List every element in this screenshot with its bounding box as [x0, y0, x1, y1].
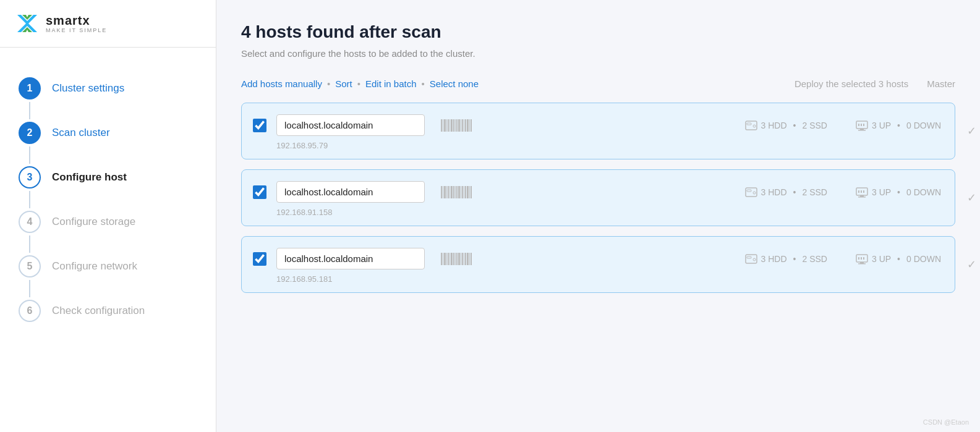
step-item-1[interactable]: 1Cluster settings [0, 66, 216, 111]
hdd-icon [745, 187, 757, 198]
host-card-row-1: 3 HDD • 2 SSD 3 UP • 0 DOWN [253, 114, 941, 136]
host-name-input-2[interactable] [276, 181, 425, 203]
right-check-1: ✓ [967, 124, 976, 138]
svg-rect-23 [747, 256, 751, 258]
step-label-1: Cluster settings [52, 82, 124, 95]
host-ssd-1: 2 SSD [803, 121, 827, 130]
host-up-3: 3 UP [872, 254, 891, 264]
svg-rect-26 [860, 262, 864, 263]
host-hdd-2: 3 HDD [761, 187, 787, 197]
step-circle-1: 1 [19, 77, 41, 100]
host-storage-3: 3 HDD • 2 SSD [745, 253, 827, 265]
svg-rect-21 [863, 190, 864, 193]
svg-rect-8 [860, 129, 864, 130]
host-hdd-3: 3 HDD [761, 254, 787, 264]
svg-rect-19 [858, 190, 859, 193]
step-label-5: Configure network [52, 260, 137, 273]
step-circle-3: 3 [19, 166, 41, 188]
sort-button[interactable]: Sort [335, 76, 352, 91]
step-label-6: Check configuration [52, 305, 145, 317]
edit-in-batch-button[interactable]: Edit in batch [365, 76, 417, 91]
host-hdd-1: 3 HDD [761, 121, 787, 130]
step-item-5[interactable]: 5Configure network [0, 244, 216, 289]
svg-rect-10 [858, 124, 859, 126]
host-up-2: 3 UP [872, 187, 891, 197]
svg-point-6 [753, 125, 756, 127]
step-item-4[interactable]: 4Configure storage [0, 200, 216, 244]
logo-text: smartx MAKE IT SIMPLE [46, 14, 107, 33]
host-ip-3: 192.168.95.181 [276, 274, 941, 284]
logo-name: smartx [46, 14, 107, 27]
svg-point-24 [753, 258, 756, 261]
svg-rect-20 [861, 190, 862, 193]
svg-point-15 [753, 192, 756, 194]
barcode-icon-2 [441, 186, 472, 198]
barcode-icon-3 [441, 253, 472, 265]
host-network-1: 3 UP • 0 DOWN [856, 120, 941, 131]
toolbar-dot-3: • [422, 78, 425, 89]
page-title: 4 hosts found after scan [241, 22, 955, 42]
host-card-row-3: 3 HDD • 2 SSD 3 UP • 0 DOWN [253, 248, 941, 269]
host-checkbox-2[interactable] [253, 185, 266, 199]
add-hosts-manually-button[interactable]: Add hosts manually [241, 76, 322, 91]
toolbar-right: Deploy the selected 3 hosts Master [795, 78, 955, 89]
main-content: 4 hosts found after scan Select and conf… [216, 0, 980, 432]
host-checkbox-1[interactable] [253, 119, 266, 132]
step-label-2: Scan cluster [52, 127, 110, 139]
step-item-2[interactable]: 2Scan cluster [0, 111, 216, 155]
host-down-2: 0 DOWN [906, 187, 941, 197]
step-item-6[interactable]: 6Check configuration [0, 289, 216, 333]
steps-list: 1Cluster settings2Scan cluster3Configure… [0, 48, 216, 432]
host-name-input-1[interactable] [276, 114, 425, 136]
host-ip-1: 192.168.95.79 [276, 141, 941, 150]
barcode-icon-1 [441, 119, 472, 132]
toolbar-dot-1: • [327, 78, 330, 89]
toolbar-dot-2: • [357, 78, 360, 89]
svg-rect-30 [863, 257, 864, 260]
logo-icon [15, 11, 40, 36]
svg-rect-17 [860, 195, 864, 197]
svg-rect-11 [861, 124, 862, 126]
svg-rect-12 [863, 124, 864, 126]
host-up-1: 3 UP [872, 121, 891, 130]
host-card-row-2: 3 HDD • 2 SSD 3 UP • 0 DOWN [253, 181, 941, 203]
deploy-label: Deploy the selected 3 hosts [795, 78, 908, 89]
network-icon [856, 120, 868, 131]
hdd-icon [745, 253, 757, 265]
host-card-2: 3 HDD • 2 SSD 3 UP • 0 DOWN 192.168.91.1… [241, 169, 955, 226]
host-ip-2: 192.168.91.158 [276, 208, 941, 217]
master-label: Master [927, 78, 955, 89]
svg-rect-28 [858, 257, 859, 260]
step-item-3[interactable]: 3Configure host [0, 155, 216, 200]
host-network-2: 3 UP • 0 DOWN [856, 187, 941, 198]
network-icon [856, 187, 868, 198]
svg-rect-14 [747, 190, 751, 192]
svg-rect-29 [861, 257, 862, 260]
host-down-1: 0 DOWN [906, 121, 941, 130]
sidebar: smartx MAKE IT SIMPLE 1Cluster settings2… [0, 0, 216, 432]
right-check-3: ✓ [967, 258, 976, 271]
step-circle-4: 4 [19, 211, 41, 233]
step-label-3: Configure host [52, 171, 127, 184]
network-icon [856, 253, 868, 265]
svg-rect-5 [747, 123, 751, 125]
host-down-3: 0 DOWN [906, 254, 941, 264]
host-cards-container: 3 HDD • 2 SSD 3 UP • 0 DOWN 192.168.95.7… [241, 103, 955, 303]
hdd-icon [745, 120, 757, 131]
step-circle-6: 6 [19, 300, 41, 322]
toolbar: Add hosts manually • Sort • Edit in batc… [241, 76, 955, 91]
page-subtitle: Select and configure the hosts to be add… [241, 48, 955, 59]
svg-rect-9 [858, 130, 866, 131]
host-storage-2: 3 HDD • 2 SSD [745, 187, 827, 198]
svg-rect-18 [858, 197, 866, 198]
host-name-input-3[interactable] [276, 248, 425, 269]
logo-tagline: MAKE IT SIMPLE [46, 27, 107, 33]
host-card-3: 3 HDD • 2 SSD 3 UP • 0 DOWN 192.168.95.1… [241, 236, 955, 293]
host-ssd-3: 2 SSD [803, 254, 827, 264]
step-circle-5: 5 [19, 255, 41, 277]
svg-rect-27 [858, 263, 866, 265]
select-none-button[interactable]: Select none [430, 76, 479, 91]
logo-area: smartx MAKE IT SIMPLE [0, 0, 216, 48]
host-storage-1: 3 HDD • 2 SSD [745, 120, 827, 131]
host-checkbox-3[interactable] [253, 252, 266, 266]
